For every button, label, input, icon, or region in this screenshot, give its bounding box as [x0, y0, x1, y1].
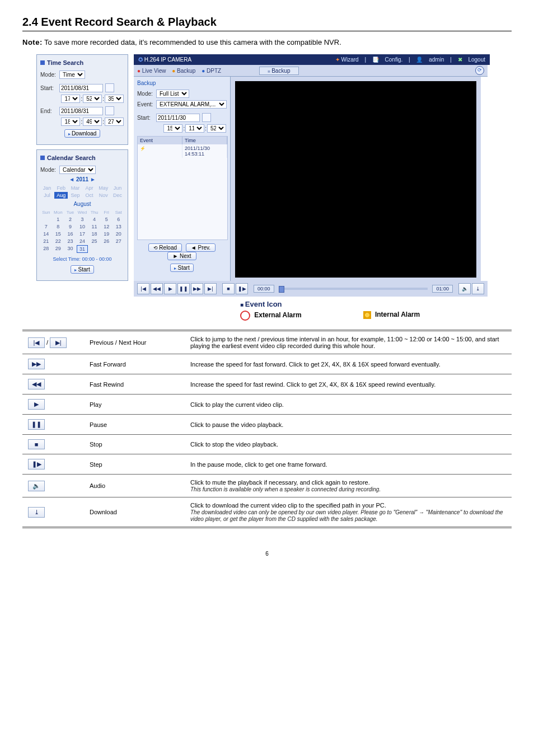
- day-cell: [113, 245, 124, 253]
- play-icon[interactable]: ▶: [164, 283, 176, 294]
- bk-start-date[interactable]: [156, 114, 200, 122]
- active-tab[interactable]: Backup: [259, 67, 298, 75]
- month-cell[interactable]: Sep: [68, 192, 82, 199]
- download-button[interactable]: Download: [64, 129, 101, 138]
- day-cell[interactable]: 12: [101, 223, 113, 230]
- day-cell[interactable]: 21: [40, 238, 52, 245]
- calendar-icon[interactable]: [105, 83, 114, 92]
- end-min[interactable]: 49: [83, 118, 102, 126]
- prev-hour-icon[interactable]: |◀: [137, 283, 149, 294]
- day-cell[interactable]: 29: [53, 245, 64, 253]
- stop-icon[interactable]: ■: [222, 283, 235, 294]
- logout-link[interactable]: ✖ Logout: [458, 57, 485, 63]
- day-cell[interactable]: 17: [77, 231, 88, 237]
- end-sec[interactable]: 27: [105, 118, 124, 126]
- day-cell: [88, 245, 100, 253]
- day-cell[interactable]: 8: [53, 223, 64, 230]
- day-cell[interactable]: 31: [77, 245, 88, 253]
- month-cell[interactable]: Jan: [40, 185, 54, 191]
- row-desc: Click to mute the playback if necessary,…: [185, 475, 512, 497]
- day-cell[interactable]: 1: [53, 216, 64, 223]
- day-cell[interactable]: 16: [64, 231, 76, 237]
- month-cell[interactable]: Dec: [111, 192, 124, 199]
- timeline-slider[interactable]: [279, 288, 428, 290]
- bk-event-select[interactable]: EXTERNAL ALARM,...: [156, 100, 227, 109]
- day-cell[interactable]: 11: [88, 223, 100, 230]
- day-cell[interactable]: 4: [88, 216, 100, 223]
- day-cell[interactable]: 30: [64, 245, 76, 253]
- day-cell[interactable]: 3: [77, 216, 88, 223]
- end-date-input[interactable]: [59, 107, 103, 115]
- day-cell[interactable]: 6: [113, 216, 124, 223]
- day-cell[interactable]: 15: [53, 231, 64, 237]
- row-name: Step: [84, 454, 185, 475]
- next-button[interactable]: ► Next: [167, 252, 196, 260]
- month-cell[interactable]: May: [97, 185, 110, 191]
- day-cell[interactable]: 20: [113, 231, 124, 237]
- month-cell[interactable]: Oct: [82, 192, 96, 199]
- cal-mode-select[interactable]: Calendar: [59, 166, 96, 174]
- prev-button[interactable]: ◄ Prev.: [186, 243, 216, 252]
- audio-icon[interactable]: 🔈: [458, 283, 471, 294]
- table-row: ▶PlayClick to play the current video cli…: [22, 395, 512, 415]
- pause-icon[interactable]: ❚❚: [177, 283, 190, 294]
- start-min[interactable]: 52: [83, 95, 102, 103]
- calendar-icon[interactable]: [202, 113, 211, 122]
- day-cell[interactable]: 23: [64, 238, 76, 245]
- start-sec[interactable]: 35: [105, 95, 124, 103]
- dptz-tab[interactable]: DPTZ: [202, 68, 221, 74]
- start-date-input[interactable]: [59, 84, 103, 92]
- legend: Event Icon External Alarm Internal Alarm: [240, 300, 490, 321]
- day-cell[interactable]: 25: [88, 238, 100, 245]
- start-hour[interactable]: 17: [61, 95, 80, 103]
- refresh-icon[interactable]: ⟳: [475, 66, 484, 75]
- fast-rewind-icon[interactable]: ◀◀: [151, 283, 163, 294]
- cal-start-button[interactable]: Start: [71, 265, 93, 274]
- reload-button[interactable]: Reload: [148, 243, 182, 252]
- backup-tab[interactable]: Backup: [172, 68, 195, 74]
- month-cell[interactable]: Apr: [82, 185, 96, 191]
- day-cell[interactable]: 9: [64, 223, 76, 230]
- event-cell: [138, 144, 182, 158]
- calendar-icon[interactable]: [105, 106, 114, 115]
- bk-start-button[interactable]: Start: [170, 264, 193, 272]
- next-hour-icon[interactable]: ▶|: [204, 283, 217, 294]
- month-cell[interactable]: Jul: [40, 192, 54, 199]
- bk-mode-select[interactable]: Full List: [156, 90, 189, 98]
- day-cell[interactable]: 2: [64, 216, 76, 223]
- month-cell[interactable]: Nov: [97, 192, 110, 199]
- config-link[interactable]: 📑 Config.: [372, 57, 402, 63]
- day-cell[interactable]: 18: [88, 231, 100, 237]
- fast-forward-icon[interactable]: ▶▶: [191, 283, 203, 294]
- day-cell[interactable]: 22: [53, 238, 64, 245]
- download-icon[interactable]: ⤓: [472, 283, 484, 294]
- day-cell[interactable]: 14: [40, 231, 52, 237]
- day-cell[interactable]: 26: [101, 238, 113, 245]
- day-cell[interactable]: 19: [101, 231, 113, 237]
- next-year-icon[interactable]: ►: [90, 176, 96, 182]
- month-cell[interactable]: Feb: [54, 185, 68, 191]
- day-cell[interactable]: 28: [40, 245, 52, 253]
- step-icon[interactable]: ❚▶: [236, 283, 248, 294]
- day-cell[interactable]: 7: [40, 223, 52, 230]
- bk-min[interactable]: 11: [185, 124, 204, 133]
- month-cell[interactable]: Mar: [68, 185, 82, 191]
- event-row[interactable]: 2011/11/30 14:53:11: [138, 144, 227, 158]
- wizard-link[interactable]: Wizard: [335, 57, 359, 63]
- day-cell[interactable]: 5: [101, 216, 113, 223]
- bk-hour[interactable]: 15: [163, 124, 182, 133]
- day-cell[interactable]: 27: [113, 238, 124, 245]
- day-cell: [40, 216, 52, 223]
- mode-select[interactable]: Time: [59, 71, 85, 79]
- day-cell[interactable]: 10: [77, 223, 88, 230]
- day-cell[interactable]: 13: [113, 223, 124, 230]
- admin-link[interactable]: 👤 admin: [416, 57, 444, 63]
- month-cell[interactable]: Jun: [111, 185, 124, 191]
- bk-sec[interactable]: 52: [207, 124, 226, 133]
- month-label: August: [40, 201, 124, 207]
- day-cell[interactable]: 24: [77, 238, 88, 245]
- month-cell[interactable]: Aug: [54, 192, 68, 199]
- end-hour[interactable]: 18: [61, 118, 80, 126]
- liveview-tab[interactable]: Live View: [137, 68, 166, 74]
- prev-year-icon[interactable]: ◄: [69, 176, 74, 182]
